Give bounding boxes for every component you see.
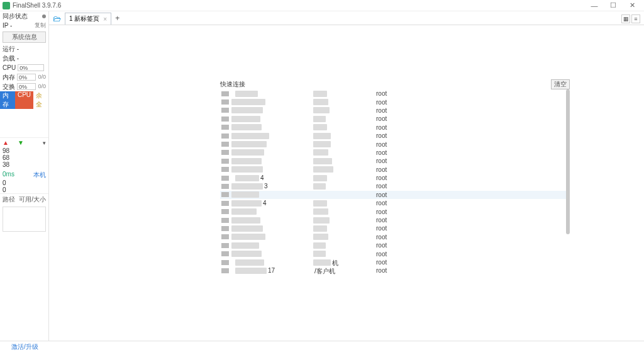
- host-address-cell: [313, 217, 376, 224]
- host-name-cell: [231, 141, 313, 147]
- host-name-cell: 17: [231, 268, 313, 274]
- quick-connect-panel: 快速连接 清空 rootrootrootrootrootrootrootroot…: [220, 79, 570, 275]
- copy-link[interactable]: 复制: [35, 21, 46, 30]
- minimize-button[interactable]: —: [585, 2, 604, 9]
- host-icon: [221, 150, 229, 155]
- clear-button[interactable]: 清空: [551, 79, 570, 89]
- connection-row[interactable]: root: [220, 123, 570, 132]
- app-icon: [3, 2, 10, 9]
- connection-row[interactable]: root: [220, 207, 570, 215]
- connection-row[interactable]: root: [220, 140, 570, 148]
- net-stat-c: 38: [0, 161, 48, 168]
- host-name-cell: [231, 91, 313, 97]
- host-name-cell: [231, 259, 313, 266]
- activate-link[interactable]: 激活/升级: [11, 343, 38, 350]
- connection-row[interactable]: 3root: [220, 182, 570, 190]
- user-cell: root: [376, 242, 387, 249]
- connection-row[interactable]: root: [220, 115, 570, 123]
- host-icon: [221, 116, 229, 122]
- host-address-cell: [313, 183, 376, 190]
- expand-arrow-icon[interactable]: ▾: [43, 140, 46, 146]
- connection-row[interactable]: root: [220, 249, 570, 258]
- memory-ratio: 0/0: [38, 73, 46, 81]
- panel-header: 快速连接 清空: [220, 79, 570, 89]
- list-scrollbar[interactable]: [566, 89, 570, 234]
- host-address-cell: [313, 91, 376, 97]
- host-name-cell: [231, 116, 313, 122]
- host-icon: [221, 218, 229, 223]
- status-sidebar: 同步状态 IP - 复制 系统信息 运行 - 负载 - CPU 0% 内存 0%…: [0, 11, 49, 341]
- download-arrow-icon: ▼: [18, 139, 24, 146]
- host-address-cell: 机: [313, 259, 376, 266]
- connection-row[interactable]: root: [220, 166, 570, 174]
- user-cell: root: [376, 99, 387, 106]
- close-button[interactable]: ✕: [623, 1, 641, 9]
- user-cell: root: [376, 124, 387, 131]
- tag-remaining[interactable]: 余全: [33, 91, 48, 109]
- host-icon: [221, 91, 229, 96]
- workspace: 快速连接 清空 rootrootrootrootrootrootrootroot…: [49, 25, 644, 341]
- connection-row[interactable]: root: [220, 106, 570, 115]
- list-view-icon[interactable]: ≡: [631, 14, 640, 23]
- host-name-cell: [231, 149, 313, 156]
- host-name-cell: 3: [231, 183, 313, 190]
- connection-row[interactable]: root: [220, 224, 570, 232]
- connection-row[interactable]: 4root: [220, 174, 570, 182]
- connection-row[interactable]: 17/客户机root: [220, 266, 570, 275]
- runtime-row: 运行 -: [0, 44, 48, 54]
- swap-bar: 0%: [17, 83, 36, 90]
- host-address-cell: [313, 166, 376, 173]
- new-tab-button[interactable]: +: [115, 14, 119, 23]
- tab-close-icon[interactable]: ×: [103, 16, 107, 23]
- host-name-cell: [231, 208, 313, 215]
- folder-icon[interactable]: 🗁: [53, 14, 61, 23]
- connection-row[interactable]: 4root: [220, 199, 570, 207]
- runtime-label: 运行 -: [3, 45, 19, 53]
- connection-row[interactable]: root: [220, 149, 570, 157]
- host-name-cell: [231, 124, 313, 130]
- connection-row[interactable]: root: [220, 89, 570, 98]
- connection-row[interactable]: root: [220, 191, 570, 199]
- host-icon: [221, 201, 229, 206]
- host-icon: [221, 209, 229, 214]
- ip-label: IP -: [3, 21, 12, 30]
- connection-row[interactable]: root: [220, 132, 570, 140]
- tag-memory[interactable]: 内存: [0, 91, 15, 109]
- window-titlebar: FinalShell 3.9.7.6 — ☐ ✕: [0, 0, 644, 11]
- load-label: 负载 -: [3, 54, 19, 62]
- cpu-bar: 0%: [18, 64, 44, 71]
- zero-b: 0: [0, 186, 48, 193]
- host-label[interactable]: 本机: [33, 171, 46, 179]
- user-cell: root: [376, 191, 387, 198]
- connection-row[interactable]: root: [220, 241, 570, 249]
- cpu-row: CPU 0%: [0, 63, 48, 72]
- host-address-cell: [313, 175, 376, 181]
- grid-view-icon[interactable]: ▦: [621, 14, 630, 23]
- memory-label: 内存: [3, 73, 15, 81]
- host-icon: [221, 243, 229, 248]
- metric-tags: 内存 CPU 余全: [0, 91, 48, 109]
- host-address-cell: [313, 251, 376, 257]
- upload-arrow-icon: ▲: [3, 139, 9, 146]
- user-cell: root: [376, 174, 387, 181]
- user-cell: root: [376, 234, 387, 241]
- connection-row[interactable]: root: [220, 98, 570, 106]
- maximize-button[interactable]: ☐: [604, 1, 623, 9]
- host-icon: [221, 176, 229, 181]
- host-icon: [221, 142, 229, 147]
- tag-cpu[interactable]: CPU: [15, 91, 33, 109]
- user-cell: root: [376, 259, 387, 266]
- host-address-cell: [313, 242, 376, 249]
- sync-status-label: 同步状态: [3, 12, 28, 20]
- system-info-button[interactable]: 系统信息: [3, 31, 46, 43]
- connection-row[interactable]: 机root: [220, 258, 570, 266]
- user-cell: root: [376, 115, 387, 122]
- connection-row[interactable]: root: [220, 233, 570, 241]
- connection-row[interactable]: root: [220, 157, 570, 165]
- connection-row[interactable]: root: [220, 216, 570, 224]
- host-icon: [221, 184, 229, 189]
- host-icon: [221, 167, 229, 172]
- user-cell: root: [376, 90, 387, 97]
- tab-new[interactable]: 1 新标签页 ×: [65, 13, 111, 25]
- tab-strip: 🗁 1 新标签页 × + ▦ ≡: [49, 11, 644, 25]
